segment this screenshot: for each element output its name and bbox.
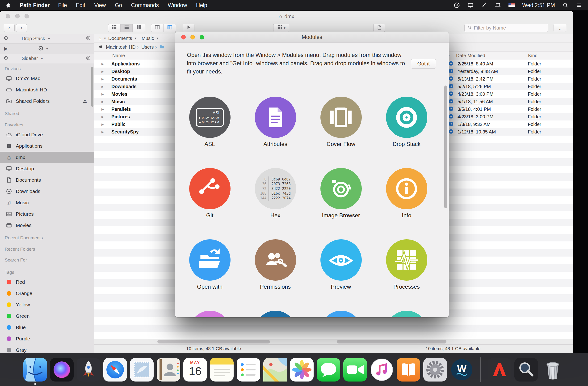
chevron-down-icon[interactable]: ▾ (41, 56, 43, 61)
sidebar-item-tag[interactable]: Green (0, 310, 94, 322)
gear-icon[interactable] (3, 55, 8, 62)
play-toolbar-button[interactable] (183, 24, 194, 32)
window-titlebar[interactable]: ⌂dmx (0, 11, 573, 22)
breadcrumb-home[interactable]: ⌂▾ (99, 36, 106, 41)
module-tile[interactable]: Info (374, 168, 439, 219)
sidebar-item-favorite[interactable]: Applications (0, 140, 94, 152)
module-icon[interactable] (386, 168, 427, 209)
sidebar-item-device[interactable]: Macintosh HD ⏏ (0, 84, 94, 95)
disclosure-triangle-icon[interactable]: ▶ (102, 77, 105, 81)
sidebar-item-tag[interactable]: Yellow (0, 299, 94, 310)
module-icon[interactable] (386, 97, 427, 138)
menu-item[interactable]: Edit (76, 2, 85, 8)
sidebar-item-tag[interactable]: Gray (0, 344, 94, 353)
list-view-button[interactable] (121, 24, 133, 32)
column-header-name[interactable]: Name (112, 51, 125, 60)
module-tile[interactable]: ASL▶08:24:12 AM▶08:24:12 AM ASL (177, 97, 243, 148)
breadcrumb-item[interactable]: Documents▾ (108, 36, 137, 41)
notification-center-icon[interactable] (576, 2, 582, 8)
icon-view-button[interactable] (108, 24, 121, 32)
section-recent-folders[interactable]: Recent Folders (0, 245, 94, 253)
disclosure-triangle-icon[interactable]: ▶ (102, 115, 105, 119)
scrollbar-thumb[interactable] (157, 340, 270, 343)
module-tile-partial[interactable] (308, 311, 374, 317)
dock-item[interactable] (488, 358, 511, 382)
close-button[interactable] (6, 14, 10, 19)
dock-item[interactable] (514, 358, 538, 382)
sidebar-item-tag[interactable]: Purple (0, 333, 94, 344)
dock-item[interactable] (23, 358, 47, 382)
dock-item[interactable] (157, 358, 180, 382)
path-segment[interactable]: Users› (141, 45, 157, 50)
close-button[interactable] (181, 35, 186, 40)
dual-pane-button[interactable] (164, 24, 176, 32)
dock-item[interactable] (423, 358, 447, 382)
dock-item[interactable] (50, 358, 74, 382)
chevron-down-icon[interactable]: ▾ (48, 37, 50, 41)
module-tile-partial[interactable] (243, 311, 308, 317)
download-button[interactable]: ↓ (554, 24, 566, 32)
app-menu-title[interactable]: Path Finder (20, 2, 50, 8)
menu-item[interactable]: Go (115, 2, 122, 8)
sidebar-item-device[interactable]: Dmx's Mac ⏏ (0, 73, 94, 84)
disclosure-triangle-icon[interactable]: ▶ (102, 62, 105, 66)
display-status-icon[interactable] (467, 2, 474, 8)
sidebar-item-device[interactable]: Shared Folders ⏏ (0, 95, 94, 107)
disclosure-triangle-icon[interactable]: ▶ (102, 100, 105, 103)
menu-item[interactable]: Help (196, 2, 207, 8)
gear-icon[interactable] (3, 35, 8, 42)
module-icon[interactable] (386, 239, 427, 281)
disclosure-triangle-icon[interactable]: ▶ (102, 70, 105, 73)
scrollbar-thumb[interactable] (337, 340, 446, 343)
sidebar-scrollbar[interactable] (91, 67, 93, 107)
module-icon[interactable] (255, 97, 296, 138)
sidebar-item-favorite[interactable]: iCloud Drive (0, 129, 94, 140)
module-icon[interactable] (320, 311, 362, 317)
back-button[interactable]: ‹ (4, 24, 15, 32)
pen-status-icon[interactable] (481, 2, 487, 8)
location-status-icon[interactable] (454, 2, 460, 8)
spotlight-icon[interactable] (563, 2, 569, 8)
got-it-button[interactable]: Got it (411, 59, 436, 69)
module-tile[interactable]: Image Browser (308, 168, 374, 219)
dialog-scrollbar-thumb[interactable] (444, 86, 447, 208)
module-tile[interactable]: Processes (374, 239, 439, 291)
disclosure-triangle-icon[interactable]: ▶ (102, 108, 105, 111)
close-panel-icon[interactable] (86, 35, 91, 42)
dialog-titlebar[interactable]: Modules (175, 32, 449, 43)
drop-target-icon[interactable] (38, 45, 44, 52)
module-tile[interactable]: Cover Flow (308, 97, 374, 148)
module-tile-partial[interactable] (374, 311, 439, 317)
dock-item[interactable] (77, 358, 100, 382)
zoom-button[interactable] (200, 35, 204, 40)
dock-item[interactable] (210, 358, 234, 382)
dock-item[interactable] (397, 358, 420, 382)
section-search-for[interactable]: Search For (0, 256, 94, 264)
column-header-date-modified[interactable]: Date Modified (456, 51, 485, 60)
dock-item[interactable] (130, 358, 154, 382)
module-tile[interactable]: Attributes (243, 97, 308, 148)
sidebar-item-favorite[interactable]: Downloads (0, 186, 94, 197)
sidebar-item-tag[interactable]: Red (0, 276, 94, 288)
zoom-button[interactable] (24, 14, 29, 19)
close-panel-icon[interactable] (86, 55, 91, 62)
sidebar-item-favorite[interactable]: Pictures (0, 208, 94, 220)
sidebar-item-favorite[interactable]: Documents (0, 174, 94, 186)
module-icon[interactable] (320, 168, 362, 209)
module-icon[interactable] (189, 168, 231, 209)
column-header-kind[interactable]: Kind (528, 51, 538, 60)
dock-item[interactable] (317, 358, 340, 382)
module-icon[interactable] (386, 311, 427, 317)
disclosure-triangle-icon[interactable]: ▶ (102, 130, 105, 134)
chevron-down-icon[interactable]: ▾ (46, 46, 48, 51)
minimize-button[interactable] (15, 14, 20, 19)
module-tile[interactable]: 036721081443c69 6d672073 72633d22 222061… (243, 168, 308, 219)
menu-item[interactable]: Window (168, 2, 187, 8)
disclosure-triangle-icon[interactable]: ▶ (102, 123, 105, 126)
breadcrumb-item[interactable]: Music▾ (142, 36, 158, 41)
sidebar-item-tag[interactable]: Blue (0, 322, 94, 333)
module-icon[interactable] (255, 311, 296, 317)
apple-menu-icon[interactable] (6, 2, 11, 8)
dock-item[interactable]: W (450, 358, 474, 382)
single-pane-button[interactable] (151, 24, 164, 32)
